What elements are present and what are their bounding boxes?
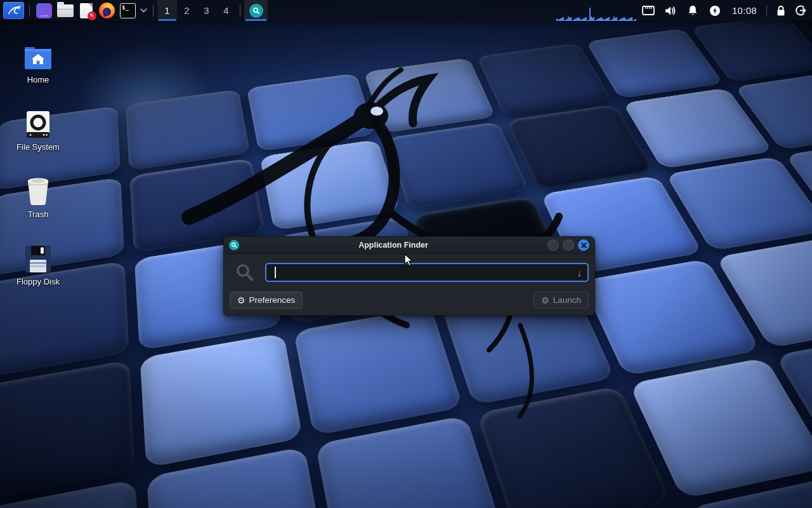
folder-icon: [57, 4, 74, 17]
network-icon: [642, 6, 655, 15]
panel-separator: [153, 5, 154, 17]
load-graph-bar: [635, 19, 636, 21]
run-icon: ⚙: [541, 296, 549, 305]
desktop-icon-column: Home File System Trash: [5, 32, 71, 301]
volume-icon: [665, 6, 676, 16]
search-field: ↓: [265, 263, 589, 282]
desktop-icon-home[interactable]: Home: [5, 32, 71, 99]
launcher-firefox[interactable]: [96, 0, 117, 21]
network-tray-button[interactable]: [638, 0, 660, 21]
lock-screen-button[interactable]: [771, 0, 790, 21]
system-load-graph[interactable]: [556, 0, 638, 22]
close-icon: [581, 243, 587, 248]
volume-tray-button[interactable]: [660, 0, 682, 21]
home-folder-icon: [23, 32, 53, 71]
desktop-icon-floppy-disk[interactable]: Floppy Disk: [5, 234, 71, 301]
desktop-icon-label: File System: [16, 142, 60, 152]
panel-separator: [29, 5, 30, 17]
launch-button-label: Launch: [553, 295, 581, 305]
launcher-show-desktop[interactable]: [34, 0, 55, 21]
dropdown-arrow-icon[interactable]: ↓: [577, 268, 582, 277]
window-title: Application Finder: [239, 241, 547, 250]
lock-icon: [776, 5, 786, 17]
clock[interactable]: 10:08: [726, 5, 763, 16]
desktop-icon-label: Trash: [28, 210, 49, 219]
application-finder-window: Application Finder ↓ ⚙ Preferences ⚙ Lau…: [223, 236, 595, 316]
desktop-icon: [36, 3, 52, 18]
panel-separator: [240, 5, 240, 17]
maximize-button[interactable]: [563, 239, 574, 251]
power-manager-tray-button[interactable]: [704, 0, 726, 21]
close-button[interactable]: [578, 239, 589, 251]
edit-badge-icon: ✎: [88, 11, 96, 20]
terminal-icon: $_: [120, 3, 136, 18]
launch-button[interactable]: ⚙ Launch: [534, 291, 589, 309]
workspace-4-button[interactable]: 4: [216, 0, 236, 21]
notifications-tray-button[interactable]: [682, 0, 704, 21]
desktop-icon-trash[interactable]: Trash: [5, 166, 71, 234]
desktop-icon-label: Floppy Disk: [16, 277, 60, 286]
desktop-icon-file-system[interactable]: File System: [5, 99, 71, 166]
firefox-icon: [99, 3, 115, 18]
workspace-2-button[interactable]: 2: [177, 0, 197, 21]
power-manager-icon: [709, 5, 721, 17]
taskbar-application-finder[interactable]: [244, 0, 268, 21]
filesystem-drive-icon: [25, 99, 51, 138]
launcher-text-editor[interactable]: ✎: [75, 0, 96, 21]
terminal-dropdown-button[interactable]: [138, 0, 149, 21]
launcher-terminal[interactable]: $_: [117, 0, 138, 21]
gear-icon: ⚙: [237, 296, 246, 305]
panel-separator: [766, 5, 767, 17]
floppy-disk-icon: [25, 234, 51, 273]
search-icon: [235, 263, 254, 282]
search-input[interactable]: [266, 264, 587, 281]
kali-dragon-icon: [7, 4, 21, 18]
logout-button[interactable]: [790, 0, 810, 21]
desktop-icon-label: Home: [27, 75, 49, 84]
top-panel: ✎ $_ 1 2 3 4: [0, 0, 812, 21]
wallpaper-cube: [0, 360, 134, 502]
notifications-bell-icon: [688, 5, 698, 16]
app-finder-icon: [249, 4, 263, 18]
text-caret: [275, 267, 276, 278]
launcher-file-manager[interactable]: [55, 0, 75, 21]
trash-icon: [25, 166, 51, 206]
titlebar[interactable]: Application Finder: [224, 237, 594, 254]
preferences-button[interactable]: ⚙ Preferences: [230, 291, 303, 309]
chevron-down-icon: [140, 8, 147, 13]
workspace-3-button[interactable]: 3: [197, 0, 216, 21]
app-finder-icon: [229, 240, 239, 250]
preferences-button-label: Preferences: [249, 295, 296, 305]
minimize-button[interactable]: [547, 239, 559, 251]
document-edit-icon: ✎: [80, 3, 93, 18]
logout-icon: [795, 5, 806, 16]
workspace-1-button[interactable]: 1: [157, 0, 177, 21]
applications-menu-button[interactable]: [3, 2, 24, 19]
